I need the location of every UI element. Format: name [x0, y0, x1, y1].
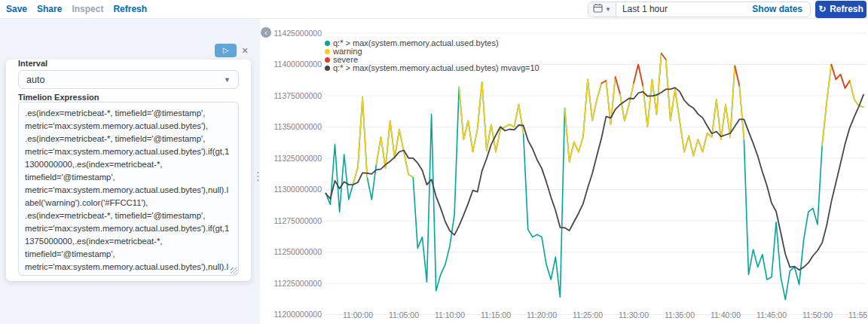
svg-text:11350000000: 11350000000	[274, 122, 322, 131]
svg-text:11:10:00: 11:10:00	[435, 310, 465, 319]
chevron-down-icon: ▼	[224, 76, 231, 84]
svg-text:11225000000: 11225000000	[274, 279, 322, 288]
svg-text:11:45:00: 11:45:00	[756, 310, 787, 319]
svg-text:11:05:00: 11:05:00	[389, 310, 419, 319]
time-range-display[interactable]: Last 1 hour	[616, 4, 752, 14]
timelion-editor-screen: Save Share Inspect Refresh ▼ Last 1 hour…	[0, 0, 868, 324]
svg-text:11:00:00: 11:00:00	[343, 310, 373, 319]
inspect-button[interactable]: Inspect	[72, 4, 103, 14]
play-button[interactable]: ▷	[215, 44, 237, 57]
refresh-icon: ↻	[818, 5, 826, 14]
svg-text:11325000000: 11325000000	[274, 154, 322, 163]
chart-panel: ‹ 11425000000114000000001137500000011350…	[260, 19, 868, 324]
svg-text:11400000000: 11400000000	[274, 60, 322, 69]
chevron-down-icon: ▼	[605, 6, 611, 13]
close-icon[interactable]: ×	[239, 44, 251, 57]
legend-series-dot-icon	[325, 66, 330, 71]
refresh-button[interactable]: ↻ Refresh	[815, 1, 866, 18]
top-toolbar: Save Share Inspect Refresh ▼ Last 1 hour…	[0, 0, 868, 19]
calendar-icon	[593, 3, 603, 15]
svg-text:11275000000: 11275000000	[274, 216, 322, 225]
show-dates-button[interactable]: Show dates	[752, 4, 810, 14]
legend-series-dot-icon	[325, 41, 330, 46]
share-button[interactable]: Share	[37, 4, 62, 14]
expression-editor-column: ▷ × Interval auto ▼ Timelion Expression …	[0, 19, 260, 324]
legend-label: q:* > max(system.memory.actual.used.byte…	[333, 64, 539, 72]
svg-text:11250000000: 11250000000	[274, 247, 322, 256]
svg-text:11:40:00: 11:40:00	[711, 310, 741, 319]
svg-text:11:35:00: 11:35:00	[665, 310, 695, 319]
expression-editor-card: Interval auto ▼ Timelion Expression .es(…	[6, 60, 251, 281]
svg-text:11:20:00: 11:20:00	[527, 310, 557, 319]
super-date-picker: ▼ Last 1 hour Show dates	[588, 2, 811, 17]
refresh-menu-button[interactable]: Refresh	[113, 4, 147, 14]
svg-text:11375000000: 11375000000	[274, 91, 322, 100]
interval-label: Interval	[18, 59, 47, 68]
legend-series-dot-icon	[325, 57, 330, 63]
interval-select[interactable]: auto ▼	[18, 70, 239, 89]
svg-text:11200000000: 11200000000	[274, 310, 322, 319]
svg-text:11:30:00: 11:30:00	[619, 310, 649, 319]
svg-text:11425000000: 11425000000	[274, 29, 322, 38]
svg-text:11:50:00: 11:50:00	[802, 310, 833, 319]
textarea-resize-handle[interactable]	[231, 267, 237, 274]
svg-text:11:15:00: 11:15:00	[481, 310, 511, 319]
svg-text:11300000000: 11300000000	[274, 185, 322, 194]
legend-series-dot-icon	[325, 49, 330, 54]
timelion-expression-input[interactable]: .es(index=metricbeat-*, timefield='@time…	[18, 102, 239, 276]
svg-text:11:25:00: 11:25:00	[573, 310, 603, 319]
quick-select-calendar-button[interactable]: ▼	[588, 2, 616, 17]
app-menu: Save Share Inspect Refresh	[0, 4, 147, 14]
legend-item[interactable]: q:* > max(system.memory.actual.used.byte…	[325, 64, 539, 72]
expression-label: Timelion Expression	[18, 93, 99, 102]
svg-text:11:55:00: 11:55:00	[848, 310, 868, 319]
save-button[interactable]: Save	[6, 4, 27, 14]
chart-legend: q:* > max(system.memory.actual.used.byte…	[325, 39, 539, 72]
